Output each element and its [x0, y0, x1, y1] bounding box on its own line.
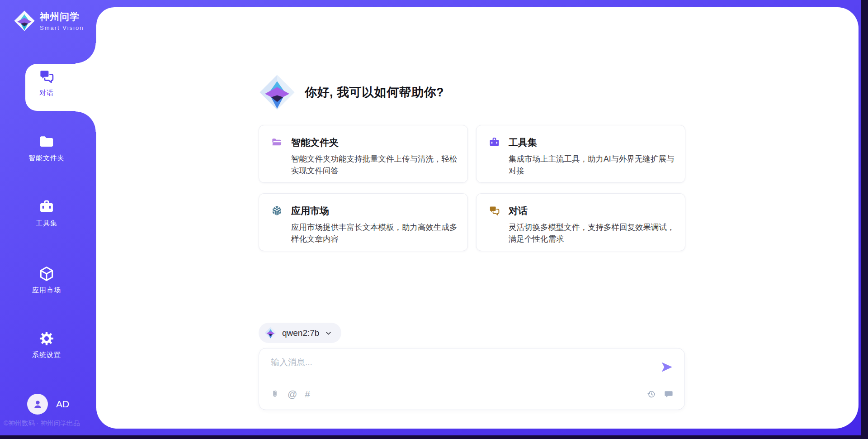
card-title: 对话 — [509, 205, 528, 217]
gear-icon — [38, 330, 55, 347]
folder-icon — [38, 133, 55, 150]
paperclip-icon[interactable] — [270, 389, 280, 399]
hash-icon[interactable]: # — [305, 389, 310, 399]
toolbox-icon — [38, 198, 55, 215]
composer-toolbar: @ # — [270, 389, 310, 399]
sidebar-item-smart-folder[interactable]: 智能文件夹 — [4, 133, 90, 162]
card-description: 应用市场提供丰富长文本模板，助力高效生成多样化文章内容 — [291, 221, 461, 245]
tab-curve-bottom — [75, 111, 96, 132]
brand-diamond-icon — [259, 74, 296, 111]
card-smart-folder[interactable]: 智能文件夹 智能文件夹功能支持批量文件上传与清洗，轻松实现文件问答 — [259, 125, 468, 183]
app-logo: 神州问学 Smart Vision — [14, 10, 84, 32]
message-composer: @ # — [259, 348, 685, 410]
toolbox-icon — [488, 136, 500, 148]
sidebar-item-toolset[interactable]: 工具集 — [4, 198, 90, 228]
sidebar-item-label: 应用市场 — [32, 286, 61, 295]
model-name: qwen2:7b — [282, 328, 319, 338]
user-label: AD — [56, 399, 69, 410]
card-title: 智能文件夹 — [291, 136, 339, 148]
sidebar-item-label: 对话 — [39, 89, 54, 97]
tab-curve-top — [75, 43, 96, 64]
brand-subtitle: Smart Vision — [40, 24, 84, 31]
user-avatar-icon — [32, 398, 44, 410]
folder-open-icon — [271, 136, 283, 148]
chat-icon — [38, 68, 55, 85]
card-app-market[interactable]: 应用市场 应用市场提供丰富长文本模板，助力高效生成多样化文章内容 — [259, 193, 468, 251]
avatar[interactable] — [27, 394, 48, 415]
card-description: 灵活切换多模型文件，支持多样回复效果调试，满足个性化需求 — [509, 221, 679, 245]
quick-reply-icon[interactable] — [664, 389, 674, 399]
sidebar: 神州问学 Smart Vision 对话 智能文件夹 工具集 应 — [0, 0, 96, 439]
sidebar-item-app-market[interactable]: 应用市场 — [4, 265, 90, 295]
composer-right-toolbar — [646, 389, 674, 399]
sidebar-item-chat[interactable]: 对话 — [4, 68, 90, 97]
chevron-down-icon — [325, 329, 332, 337]
window-edge-right — [861, 0, 868, 439]
chat-icon — [488, 205, 500, 217]
brand-diamond-icon — [264, 327, 277, 339]
card-chat[interactable]: 对话 灵活切换多模型文件，支持多样回复效果调试，满足个性化需求 — [476, 193, 685, 251]
brand-diamond-icon — [14, 10, 35, 32]
card-title: 应用市场 — [291, 205, 329, 217]
message-input[interactable] — [271, 357, 651, 381]
cube-icon — [38, 265, 55, 282]
card-description: 集成市场上主流工具，助力AI与外界无缝扩展与对接 — [509, 153, 679, 177]
sidebar-item-label: 智能文件夹 — [28, 154, 65, 162]
cube-grid-icon — [271, 205, 283, 217]
card-toolset[interactable]: 工具集 集成市场上主流工具，助力AI与外界无缝扩展与对接 — [476, 125, 685, 183]
card-title: 工具集 — [509, 136, 537, 148]
sidebar-item-label: 系统设置 — [32, 351, 61, 359]
greeting: 你好, 我可以如何帮助你? — [259, 74, 444, 111]
window-edge-bottom — [0, 435, 868, 439]
sidebar-item-settings[interactable]: 系统设置 — [4, 330, 90, 359]
feature-cards: 智能文件夹 智能文件夹功能支持批量文件上传与清洗，轻松实现文件问答 工具集 集成… — [259, 125, 685, 251]
greeting-title: 你好, 我可以如何帮助你? — [305, 84, 444, 100]
brand-name: 神州问学 — [40, 10, 84, 23]
brand-text: 神州问学 Smart Vision — [40, 10, 84, 31]
composer-divider — [265, 384, 678, 384]
copyright-text: ©神州数码 · 神州问学出品 — [4, 419, 80, 428]
history-icon[interactable] — [646, 389, 656, 399]
model-selector[interactable]: qwen2:7b — [259, 323, 341, 343]
sidebar-item-label: 工具集 — [36, 219, 57, 228]
card-description: 智能文件夹功能支持批量文件上传与清洗，轻松实现文件问答 — [291, 153, 461, 177]
send-icon[interactable] — [660, 360, 674, 374]
mention-icon[interactable]: @ — [288, 389, 297, 399]
user-profile[interactable]: AD — [27, 394, 69, 415]
